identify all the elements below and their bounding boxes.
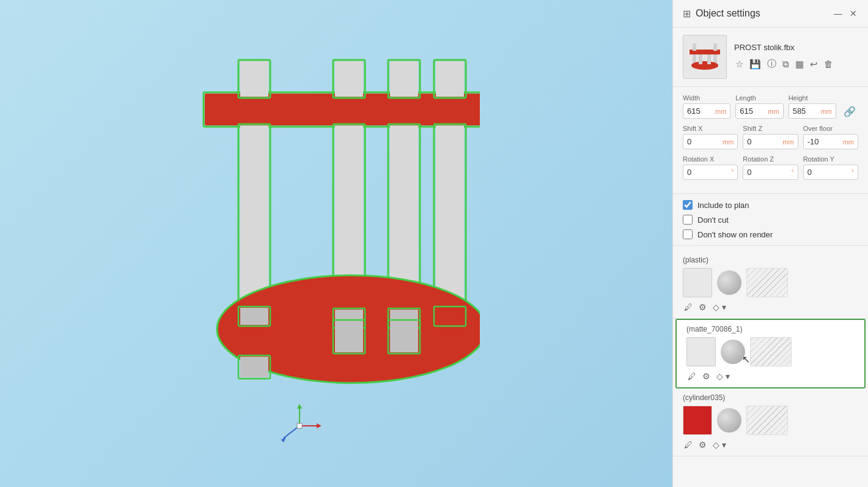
rotation-y-unit: ° — [851, 166, 858, 178]
dont-cut-checkbox[interactable] — [683, 215, 693, 225]
material-diagonal-matte — [750, 337, 792, 366]
over-floor-input[interactable] — [804, 135, 843, 149]
material-sphere-plastic — [717, 270, 741, 295]
minimize-button[interactable]: — — [833, 7, 844, 20]
svg-rect-41 — [693, 43, 696, 51]
shifts-row: Shift X mm Shift Z mm Over floor mm — [683, 125, 858, 149]
rotation-z-input-wrap: ° — [743, 165, 798, 180]
length-label: Length — [735, 94, 783, 102]
shift-z-label: Shift Z — [743, 125, 798, 132]
material-diagonal-plastic — [746, 268, 788, 297]
material-swatch-cylinder — [683, 406, 712, 435]
svg-rect-29 — [335, 321, 363, 352]
svg-rect-47 — [707, 54, 711, 64]
rotation-x-input-wrap: ° — [683, 165, 738, 180]
undo-button[interactable]: ↩ — [809, 57, 819, 71]
panel-header-icons: — ✕ — [833, 7, 858, 20]
rotation-y-input-wrap: ° — [803, 165, 858, 180]
shift-x-unit: mm — [723, 136, 737, 148]
axes-widget — [275, 401, 324, 450]
height-field-group: Height mm — [789, 94, 836, 119]
svg-marker-36 — [317, 423, 322, 428]
material-eyedropper-cylinder[interactable]: 🖊 — [683, 439, 694, 451]
over-floor-field-group: Over floor mm — [803, 125, 858, 149]
material-settings-cylinder[interactable]: ⚙ — [697, 439, 708, 451]
shift-z-input-wrap: mm — [743, 134, 798, 149]
material-name-cylinder: (cylinder035) — [683, 393, 858, 402]
info-button[interactable]: ⓘ — [766, 57, 778, 71]
material-settings-matte[interactable]: ⚙ — [701, 370, 712, 382]
svg-rect-21 — [240, 308, 268, 325]
rotation-x-label: Rotation X — [683, 155, 738, 163]
panel-title: Object settings — [696, 8, 760, 19]
material-eyedropper-matte[interactable]: 🖊 — [686, 370, 697, 382]
shift-z-unit: mm — [782, 136, 797, 148]
height-unit: mm — [821, 105, 836, 117]
layers-button[interactable]: ⧉ — [781, 57, 790, 71]
include-to-plan-label: Include to plan — [697, 201, 749, 210]
width-label: Width — [683, 94, 730, 102]
viewport-3d[interactable] — [0, 0, 672, 487]
cursor-indicator: ↖ — [742, 354, 750, 365]
dont-cut-label: Don't cut — [697, 215, 729, 225]
svg-rect-42 — [713, 43, 717, 51]
length-input[interactable] — [736, 104, 768, 118]
over-floor-label: Over floor — [803, 125, 858, 132]
width-input-wrap: mm — [683, 103, 730, 119]
dont-show-render-label: Don't show on render — [697, 230, 773, 239]
shift-x-input[interactable] — [683, 135, 723, 149]
material-eyedropper-plastic[interactable]: 🖊 — [683, 301, 694, 313]
material-card-cylinder[interactable]: (cylinder035) 🖊 ⚙ ◇ ▾ — [673, 388, 868, 456]
material-actions-plastic: 🖊 ⚙ ◇ ▾ — [683, 301, 858, 313]
star-button[interactable]: ☆ — [734, 57, 745, 71]
preview-info: PROST stolik.fbx ☆ 💾 ⓘ ⧉ ▦ ↩ 🗑 — [734, 43, 858, 71]
svg-rect-31 — [390, 321, 418, 352]
delete-button[interactable]: 🗑 — [823, 57, 834, 71]
lock-proportions-button[interactable]: 🔗 — [841, 105, 858, 119]
material-more-plastic[interactable]: ◇ ▾ — [712, 301, 727, 313]
material-sphere-cylinder — [717, 408, 741, 433]
dont-show-render-row: Don't show on render — [683, 229, 858, 239]
material-card-plastic[interactable]: (plastic) 🖊 ⚙ ◇ ▾ — [673, 251, 868, 319]
material-actions-matte: 🖊 ⚙ ◇ ▾ — [686, 370, 855, 382]
shift-x-input-wrap: mm — [683, 134, 738, 149]
height-input[interactable] — [789, 104, 821, 118]
svg-rect-17 — [436, 125, 464, 306]
materials-section: (plastic) 🖊 ⚙ ◇ ▾ (matte_70086_1) ↖ — [673, 246, 868, 487]
table-3d-model — [125, 29, 480, 458]
dont-show-render-checkbox[interactable] — [683, 229, 693, 239]
include-to-plan-checkbox[interactable] — [683, 200, 693, 210]
shift-z-input[interactable] — [743, 135, 782, 149]
settings-icon: ⊞ — [683, 8, 691, 20]
length-unit: mm — [768, 105, 782, 117]
material-name-matte: (matte_70086_1) — [686, 325, 855, 333]
material-more-cylinder[interactable]: ◇ ▾ — [712, 439, 727, 451]
svg-rect-39 — [297, 423, 302, 428]
svg-rect-9 — [436, 61, 464, 97]
dimensions-section: Width mm Length mm Height mm — [673, 87, 868, 194]
include-to-plan-row: Include to plan — [683, 200, 858, 210]
save-button[interactable]: 💾 — [748, 57, 762, 71]
chart-button[interactable]: ▦ — [794, 57, 805, 71]
height-input-wrap: mm — [789, 103, 836, 119]
svg-marker-34 — [297, 404, 302, 409]
material-card-matte[interactable]: (matte_70086_1) ↖ 🖊 ⚙ ◇ ▾ — [675, 319, 866, 388]
dont-cut-row: Don't cut — [683, 215, 858, 225]
rotation-x-input[interactable] — [683, 165, 731, 179]
width-unit: mm — [715, 105, 730, 117]
material-more-matte[interactable]: ◇ ▾ — [715, 370, 731, 382]
svg-rect-7 — [390, 61, 418, 97]
svg-rect-46 — [699, 54, 702, 64]
close-button[interactable]: ✕ — [848, 7, 858, 20]
3d-canvas — [0, 0, 672, 487]
rotation-z-input[interactable] — [743, 165, 791, 179]
panel-header: ⊞ Object settings — ✕ — [673, 0, 868, 28]
rotation-y-label: Rotation Y — [803, 155, 858, 163]
width-input[interactable] — [683, 104, 715, 118]
material-actions-cylinder: 🖊 ⚙ ◇ ▾ — [683, 439, 858, 451]
height-label: Height — [789, 94, 836, 102]
material-settings-plastic[interactable]: ⚙ — [697, 301, 708, 313]
preview-thumbnail — [683, 35, 727, 79]
dimensions-row: Width mm Length mm Height mm — [683, 94, 858, 119]
rotation-y-input[interactable] — [804, 165, 851, 179]
